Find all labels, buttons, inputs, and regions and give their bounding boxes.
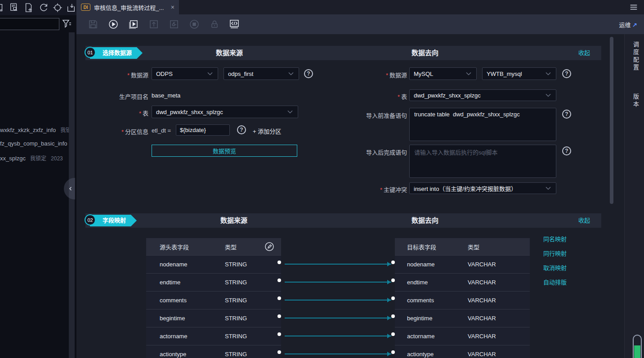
ops-label: 运维: [619, 22, 631, 28]
tab-version[interactable]: 版本: [631, 93, 640, 109]
help-icon[interactable]: ?: [562, 146, 571, 155]
dest-port[interactable]: [391, 261, 395, 264]
chevron-down-icon: [288, 72, 295, 75]
help-icon[interactable]: ?: [237, 125, 246, 134]
project-value: base_meta: [152, 92, 180, 99]
dest-port[interactable]: [391, 350, 395, 354]
source-table-select[interactable]: dwd_pwxkfz_shxx_splzgc: [152, 106, 298, 118]
search-input[interactable]: [0, 18, 59, 30]
dest-port[interactable]: [391, 314, 395, 318]
source-name-select[interactable]: odps_first: [224, 67, 299, 80]
col-header-field: 源头表字段: [146, 243, 225, 251]
collapse-link[interactable]: 收起: [578, 213, 590, 228]
partition-key: etl_dt =: [152, 127, 171, 134]
dest-port[interactable]: [391, 296, 395, 300]
mapping-line: [285, 264, 391, 265]
help-icon[interactable]: ?: [562, 110, 571, 119]
map-auto-layout-link[interactable]: 自动排版: [543, 278, 567, 287]
table-row[interactable]: actornameSTRING: [146, 327, 281, 345]
table-row[interactable]: commentsVARCHAR: [395, 291, 530, 309]
source-port[interactable]: [277, 296, 281, 300]
refresh-icon[interactable]: [39, 3, 49, 13]
step1-number-badge: 01: [85, 47, 96, 58]
node-lock-status: 我锁定: [60, 127, 69, 133]
hamburger-menu-icon[interactable]: [629, 2, 639, 12]
table-row[interactable]: endtimeSTRING: [146, 273, 281, 291]
import-icon[interactable]: [66, 3, 76, 13]
chevron-down-icon: [287, 110, 294, 114]
dest-table-select[interactable]: dwd_pwxkfz_shxx_splzgc: [409, 89, 556, 101]
code-mode-icon[interactable]: [229, 19, 240, 30]
col-header-field: 目标表字段: [395, 243, 468, 251]
doc-search-icon[interactable]: [9, 3, 19, 13]
list-item[interactable]: wxkfz_xkzk_zxfz_info我锁定: [0, 126, 69, 134]
section1-header-band: 01 选择数据源 数据来源 数据去向 收起: [85, 46, 601, 60]
source-field-table: 源头表字段 类型 nodenameSTRING endtimeSTRING co…: [146, 238, 281, 358]
collapse-link[interactable]: 收起: [578, 46, 590, 60]
post-sql-label: 导入后完成语句: [328, 148, 407, 156]
source-port[interactable]: [277, 314, 281, 318]
vertical-scrollbar-thumb[interactable]: [610, 37, 613, 204]
table-row[interactable]: actiontypeVARCHAR: [395, 345, 530, 358]
project-label: 生产项目名: [76, 92, 148, 101]
source-port[interactable]: [277, 261, 281, 264]
source-port[interactable]: [277, 350, 281, 354]
conflict-select[interactable]: insert into（当主键/约束冲突报脏数据）: [409, 182, 556, 194]
tab-schedule-config[interactable]: 调度配置: [631, 41, 640, 72]
pre-sql-textarea[interactable]: [409, 108, 556, 141]
map-same-row-link[interactable]: 同行映射: [543, 249, 567, 258]
source-datasource-label: *数据源: [76, 71, 148, 79]
lock-icon[interactable]: [209, 19, 220, 30]
list-item[interactable]: fz_qysb_comp_basic_info: [0, 140, 69, 148]
panel-collapse-handle[interactable]: [64, 178, 75, 199]
post-sql-textarea[interactable]: [409, 145, 556, 178]
table-row[interactable]: endtimeVARCHAR: [395, 273, 530, 291]
advanced-run-icon[interactable]: [128, 19, 139, 30]
pre-sql-label: 导入前准备语句: [328, 111, 407, 119]
table-row[interactable]: actiontypeSTRING: [146, 345, 281, 358]
source-type-select[interactable]: ODPS: [152, 67, 218, 80]
tab-title: 审核信息_审批流转过程_...: [94, 3, 164, 12]
external-link-arrow-icon: ↗: [632, 22, 637, 28]
dest-name-select[interactable]: YWTB_mysql: [482, 67, 556, 80]
app-window: wxkfz_xkzk_zxfz_info我锁定 fz_qysb_comp_bas…: [0, 0, 644, 358]
clipped-icon[interactable]: [0, 3, 4, 13]
source-port[interactable]: [277, 332, 281, 336]
table-row[interactable]: begintimeVARCHAR: [395, 309, 530, 327]
submit-icon[interactable]: [148, 19, 159, 30]
ops-center-link[interactable]: 运维 ↗: [619, 20, 637, 29]
list-item[interactable]: xx_splzgc我锁定2023: [0, 154, 69, 162]
node-date: 2023: [51, 155, 63, 162]
source-port[interactable]: [277, 278, 281, 282]
table-row[interactable]: nodenameVARCHAR: [395, 255, 530, 273]
edit-fields-icon[interactable]: [264, 241, 275, 252]
add-partition-link[interactable]: + 添加分区: [253, 127, 281, 135]
help-icon[interactable]: ?: [562, 69, 571, 78]
tab-di-task[interactable]: DI 审核信息_审批流转过程_... ×: [76, 0, 179, 14]
step1-label-banner: 选择数据源: [90, 47, 143, 59]
map-same-name-link[interactable]: 同名映射: [543, 234, 567, 243]
tab-close-icon[interactable]: ×: [171, 4, 174, 11]
dest-table-header: 目标表字段 类型: [395, 238, 530, 255]
node-name: xx_splzgc: [0, 155, 26, 162]
smoke-test-icon[interactable]: [169, 19, 179, 30]
partition-value-input[interactable]: [176, 124, 230, 136]
table-row[interactable]: actornameVARCHAR: [395, 327, 530, 345]
dest-type-select[interactable]: MySQL: [409, 67, 477, 80]
dest-port[interactable]: [391, 332, 395, 336]
dest-port[interactable]: [391, 278, 395, 282]
dest-datasource-label: *数据源: [328, 71, 407, 79]
map-cancel-link[interactable]: 取消映射: [543, 263, 567, 272]
tab-bar: DI 审核信息_审批流转过程_... ×: [76, 0, 644, 14]
filter-funnel-icon[interactable]: [62, 18, 72, 29]
help-icon[interactable]: ?: [304, 69, 313, 78]
table-row[interactable]: commentsSTRING: [146, 291, 281, 309]
data-preview-button[interactable]: 数据预览: [152, 145, 297, 157]
table-row[interactable]: nodenameSTRING: [146, 255, 281, 273]
table-row[interactable]: begintimeSTRING: [146, 309, 281, 327]
save-icon[interactable]: [88, 19, 98, 30]
stop-icon[interactable]: [189, 19, 200, 30]
locate-icon[interactable]: [53, 3, 63, 13]
run-icon[interactable]: [108, 19, 119, 30]
file-plus-icon[interactable]: [24, 3, 34, 13]
